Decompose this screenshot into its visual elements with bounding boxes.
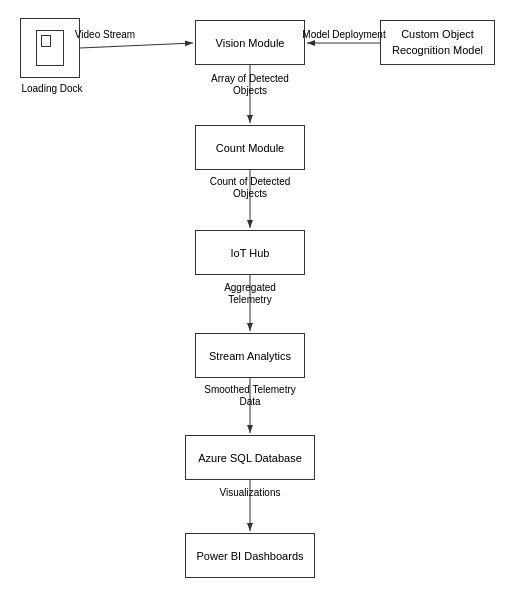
smoothed-telemetry-label2: Data [239, 396, 261, 407]
video-stream-label: Video Stream [75, 29, 135, 40]
array-detected-label2: Objects [233, 85, 267, 96]
diagram: Loading Dock Vision Module Custom Object… [0, 0, 520, 589]
aggregated-telemetry-label2: Telemetry [228, 294, 271, 305]
model-deployment-label: Model Deployment [302, 29, 386, 40]
smoothed-telemetry-label: Smoothed Telemetry [204, 384, 296, 395]
array-detected-label: Array of Detected [211, 73, 289, 84]
count-detected-label2: Objects [233, 188, 267, 199]
diagram-svg: Video Stream Model Deployment Array of D… [0, 0, 520, 589]
visualizations-label: Visualizations [220, 487, 281, 498]
svg-line-1 [80, 43, 193, 48]
count-detected-label: Count of Detected [210, 176, 291, 187]
aggregated-telemetry-label: Aggregated [224, 282, 276, 293]
